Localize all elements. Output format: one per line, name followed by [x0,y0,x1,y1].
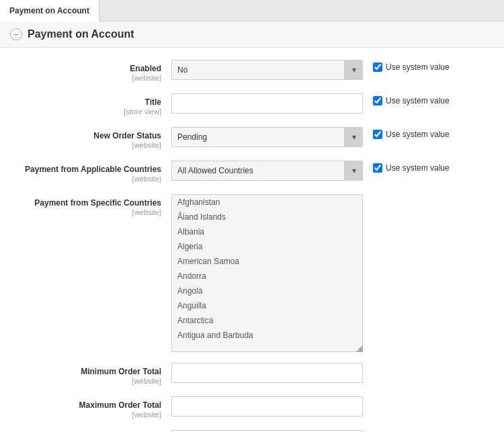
use-system-value-enabled: Use system value [373,62,450,72]
label-applicable-countries: Payment from Applicable Countries [websi… [10,161,171,183]
listbox-wrapper: AfghanistanÅland IslandsAlbaniaAlgeriaAm… [171,194,363,352]
tab-label: Payment on Account [9,6,89,15]
page-container: Payment on Account − Payment on Account … [0,0,504,432]
specific-countries-listbox[interactable]: AfghanistanÅland IslandsAlbaniaAlgeriaAm… [171,194,363,352]
extra-enabled: Use system value [363,60,450,72]
applicable-countries-select[interactable]: All Allowed Countries Specific Countries [171,161,363,181]
extra-title: Use system value [363,93,450,105]
control-applicable-countries: All Allowed Countries Specific Countries [171,161,363,181]
label-title: Title [store view] [10,93,171,116]
control-specific-countries: AfghanistanÅland IslandsAlbaniaAlgeriaAm… [171,194,363,352]
use-system-value-status: Use system value [373,130,450,139]
label-new-order-status: New Order Status [website] [10,127,171,150]
system-value-checkbox-enabled[interactable] [373,62,382,72]
row-min-order-total: Minimum Order Total [website] [0,357,504,391]
list-item[interactable]: Anguilla [172,298,362,313]
list-item[interactable]: Algeria [172,239,362,254]
tab-bar: Payment on Account [0,0,504,21]
form-table: Enabled [website] No Yes Use system valu… [0,48,504,432]
control-enabled: No Yes [171,60,363,80]
row-sort-order: Sort Order [website] [0,425,504,432]
enabled-select-wrap: No Yes [171,60,363,80]
label-specific-countries: Payment from Specific Countries [website… [10,194,171,217]
extra-applicable-countries: Use system value [363,161,450,173]
new-order-status-select[interactable]: Pending Processing [171,127,363,147]
system-value-label-enabled: Use system value [386,62,450,72]
list-item[interactable]: American Samoa [172,254,362,269]
list-item[interactable]: Antigua and Barbuda [172,328,362,343]
list-item[interactable]: Åland Islands [172,210,362,224]
section-header[interactable]: − Payment on Account [0,21,504,48]
title-input[interactable]: Payment on Account [171,93,363,114]
collapse-icon[interactable]: − [10,28,22,40]
tab-payment-on-account[interactable]: Payment on Account [0,0,99,21]
list-item[interactable]: Andorra [172,269,362,284]
list-item[interactable]: Albania [172,224,362,239]
label-max-order-total: Maximum Order Total [website] [10,396,171,419]
system-value-label-countries: Use system value [386,163,450,173]
system-value-checkbox-countries[interactable] [373,163,382,173]
control-max-order-total [171,396,363,417]
control-title: Payment on Account [171,93,363,114]
system-value-label-status: Use system value [386,130,450,139]
applicable-countries-select-wrap: All Allowed Countries Specific Countries [171,161,363,181]
section-title: Payment on Account [28,28,134,40]
list-item[interactable]: Antarctica [172,313,362,328]
row-applicable-countries: Payment from Applicable Countries [websi… [0,155,504,189]
control-min-order-total [171,363,363,383]
row-max-order-total: Maximum Order Total [website] [0,391,504,425]
system-value-checkbox-status[interactable] [373,130,382,139]
list-item[interactable]: Afghanistan [172,195,362,210]
row-title: Title [store view] Payment on Account Us… [0,88,504,122]
use-system-value-countries: Use system value [373,163,450,173]
list-item[interactable]: Angola [172,284,362,298]
enabled-select[interactable]: No Yes [171,60,363,80]
row-new-order-status: New Order Status [website] Pending Proce… [0,122,504,155]
system-value-checkbox-title[interactable] [373,96,382,105]
max-order-total-input[interactable] [171,396,363,417]
label-enabled: Enabled [website] [10,60,171,83]
label-min-order-total: Minimum Order Total [website] [10,363,171,386]
min-order-total-input[interactable] [171,363,363,383]
control-new-order-status: Pending Processing [171,127,363,147]
system-value-label-title: Use system value [386,96,450,105]
row-enabled: Enabled [website] No Yes Use system valu… [0,54,504,88]
new-order-status-select-wrap: Pending Processing [171,127,363,147]
row-specific-countries: Payment from Specific Countries [website… [0,189,504,357]
use-system-value-title: Use system value [373,96,450,105]
extra-new-order-status: Use system value [363,127,450,139]
